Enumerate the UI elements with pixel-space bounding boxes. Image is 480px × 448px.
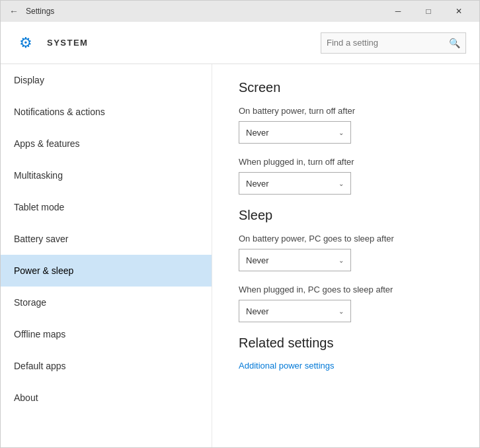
sleep-battery-label: On battery power, PC goes to sleep after	[239, 234, 453, 244]
sidebar-item-power[interactable]: Power & sleep	[1, 255, 212, 287]
screen-battery-value: Never	[246, 128, 339, 138]
sidebar-item-tablet[interactable]: Tablet mode	[1, 191, 212, 223]
sleep-plugged-value: Never	[246, 306, 339, 316]
system-icon: ⚙	[14, 31, 38, 55]
title-bar: ← Settings ─ □ ✕	[1, 1, 479, 22]
related-section: Related settings Additional power settin…	[239, 336, 453, 371]
settings-window: ← Settings ─ □ ✕ ⚙ SYSTEM 🔍	[0, 0, 480, 448]
sidebar-item-multitasking[interactable]: Multitasking	[1, 159, 212, 191]
screen-battery-arrow: ⌄	[339, 129, 344, 136]
screen-plugged-value: Never	[246, 179, 339, 189]
sleep-battery-arrow: ⌄	[339, 257, 344, 264]
search-icon: 🔍	[449, 38, 460, 48]
window-title: Settings	[26, 7, 383, 16]
search-box[interactable]: 🔍	[321, 32, 466, 54]
screen-plugged-label: When plugged in, turn off after	[239, 157, 453, 167]
main-content: Screen On battery power, turn off after …	[212, 64, 479, 447]
sidebar-item-battery[interactable]: Battery saver	[1, 223, 212, 255]
close-button[interactable]: ✕	[444, 1, 474, 22]
sidebar-item-apps[interactable]: Apps & features	[1, 128, 212, 159]
sidebar-item-offline-maps[interactable]: Offline maps	[1, 318, 212, 350]
sidebar-item-display[interactable]: Display	[1, 64, 212, 96]
sleep-plugged-label: When plugged in, PC goes to sleep after	[239, 285, 453, 294]
search-input[interactable]	[327, 38, 449, 48]
minimize-button[interactable]: ─	[383, 1, 413, 22]
screen-title: Screen	[239, 80, 453, 95]
sidebar-item-about[interactable]: About	[1, 382, 212, 414]
window-controls: ─ □ ✕	[383, 1, 474, 22]
app-header: ⚙ SYSTEM 🔍	[1, 22, 479, 64]
sidebar: Display Notifications & actions Apps & f…	[1, 64, 212, 447]
sleep-section: Sleep On battery power, PC goes to sleep…	[239, 208, 453, 322]
sleep-battery-value: Never	[246, 255, 339, 265]
sleep-battery-dropdown[interactable]: Never ⌄	[239, 249, 351, 271]
sleep-plugged-dropdown[interactable]: Never ⌄	[239, 300, 351, 322]
screen-plugged-dropdown[interactable]: Never ⌄	[239, 172, 351, 195]
sleep-title: Sleep	[239, 208, 453, 223]
app-title: SYSTEM	[47, 38, 321, 48]
app-body: Display Notifications & actions Apps & f…	[1, 64, 479, 447]
screen-battery-dropdown[interactable]: Never ⌄	[239, 121, 351, 144]
related-title: Related settings	[239, 336, 453, 351]
sleep-plugged-arrow: ⌄	[339, 308, 344, 315]
back-button[interactable]: ←	[6, 3, 22, 19]
screen-battery-label: On battery power, turn off after	[239, 106, 453, 116]
sidebar-item-default-apps[interactable]: Default apps	[1, 350, 212, 382]
additional-power-link[interactable]: Additional power settings	[239, 361, 335, 371]
maximize-button[interactable]: □	[413, 1, 444, 22]
sidebar-item-storage[interactable]: Storage	[1, 287, 212, 318]
screen-plugged-arrow: ⌄	[339, 180, 344, 187]
sidebar-item-notifications[interactable]: Notifications & actions	[1, 96, 212, 128]
screen-section: Screen On battery power, turn off after …	[239, 80, 453, 195]
